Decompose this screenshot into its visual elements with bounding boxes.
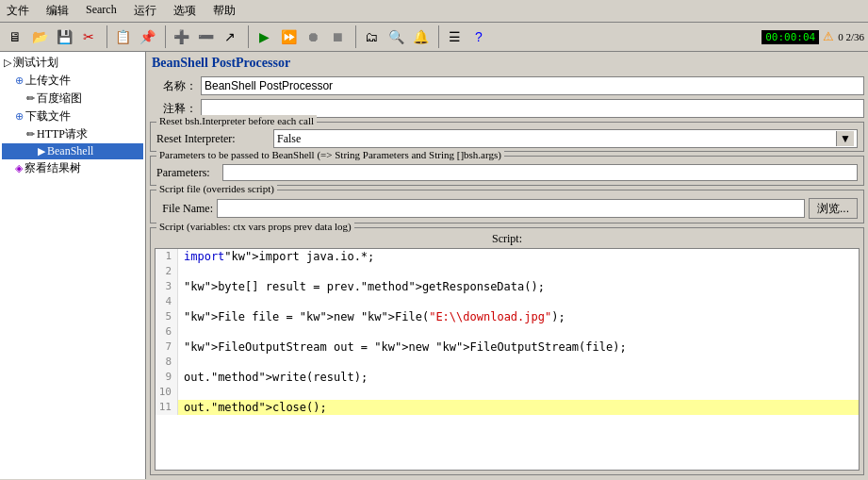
tb-sep5: [435, 25, 439, 48]
script-header: Script:: [151, 232, 863, 248]
results-icon: ◈: [15, 162, 23, 174]
code-line: 5"kw">File file = "kw">new "kw">File("E:…: [156, 309, 859, 324]
plan-icon: ▷: [4, 57, 11, 69]
tb-start[interactable]: ▶: [253, 25, 275, 48]
right-panel: BeanShell PostProcessor 名称： 注释： Reset bs…: [146, 52, 868, 479]
code-line: 10: [156, 385, 859, 400]
tree-label-download: 下载文件: [25, 108, 71, 124]
reset-label: Reset Interpreter:: [156, 132, 270, 146]
tb-stop[interactable]: ⏺: [302, 25, 324, 48]
tree-item-baidu[interactable]: ✏ 百度缩图: [2, 90, 143, 108]
tree-label-results: 察看结果树: [25, 160, 81, 176]
menu-search[interactable]: Search: [83, 2, 120, 20]
params-input[interactable]: [222, 164, 858, 181]
tb-templates[interactable]: 🔍: [385, 25, 407, 48]
line-code: [178, 355, 859, 370]
tb-paste[interactable]: 📌: [136, 25, 158, 48]
line-number: 5: [156, 309, 178, 324]
script-section: Script (variables: ctx vars props prev d…: [150, 227, 864, 475]
code-line: 11out."method">close();: [156, 400, 859, 415]
tree-label-upload: 上传文件: [25, 73, 71, 89]
tree-item-upload[interactable]: ⊕ 上传文件: [2, 72, 143, 90]
line-code: "kw">byte[] result = prev."method">getRe…: [178, 279, 859, 294]
tb-sep1: [104, 25, 107, 48]
browse-button[interactable]: 浏览...: [809, 198, 858, 219]
tb-new[interactable]: 🖥: [4, 25, 26, 48]
reset-combo[interactable]: False ▼: [273, 129, 858, 148]
file-row: File Name: 浏览...: [156, 198, 858, 219]
line-number: 9: [156, 370, 178, 385]
line-number: 8: [156, 355, 178, 370]
tree-item-beanshell[interactable]: ▶ BeanShell: [2, 143, 143, 159]
tb-bell[interactable]: 🔔: [409, 25, 432, 48]
toolbar: 🖥 📂 💾 ✂ 📋 📌 ➕ ➖ ↗ ▶ ⏩ ⏺ ⏹ 🗂 🔍 🔔 ☰ ? 00:0…: [0, 23, 868, 52]
tb-help[interactable]: ?: [467, 25, 490, 48]
line-code: import"kw">import java.io.*;: [178, 249, 859, 264]
tree-label-http: HTTP请求: [37, 126, 88, 142]
params-label: Parameters:: [156, 166, 222, 180]
panel-inner: BeanShell PostProcessor 名称： 注释： Reset bs…: [150, 56, 864, 475]
tree-item-http[interactable]: ✏ HTTP请求: [2, 125, 143, 143]
tb-remote[interactable]: 🗂: [360, 25, 383, 48]
tb-clear[interactable]: ↗: [219, 25, 241, 48]
tb-save[interactable]: 💾: [53, 25, 75, 48]
line-number: 11: [156, 400, 178, 415]
code-line: 4: [156, 294, 859, 309]
code-line: 1import"kw">import java.io.*;: [156, 249, 859, 264]
file-input[interactable]: [217, 199, 805, 218]
combo-arrow-icon[interactable]: ▼: [836, 131, 854, 146]
code-line: 8: [156, 355, 859, 370]
tree-label-baidu: 百度缩图: [37, 91, 82, 107]
tb-copy[interactable]: 📋: [111, 25, 134, 48]
script-editor[interactable]: 1import"kw">import java.io.*;2 3"kw">byt…: [155, 248, 860, 471]
upload-icon: ⊕: [15, 74, 24, 87]
menu-help[interactable]: 帮助: [210, 2, 238, 20]
reset-section: Reset bsh.Interpreter before each call R…: [150, 122, 864, 152]
tb-list[interactable]: ☰: [443, 25, 466, 48]
params-section-title: Parameters to be passed to BeanShell (=>…: [156, 149, 504, 160]
download-icon: ⊕: [15, 110, 24, 123]
line-code: [178, 324, 859, 339]
beanshell-icon: ▶: [38, 145, 45, 157]
script-section-title: Script (variables: ctx vars props prev d…: [156, 221, 354, 232]
tree-item-plan[interactable]: ▷ 测试计划: [2, 54, 143, 72]
menu-options[interactable]: 选项: [171, 2, 199, 20]
code-container: 1import"kw">import java.io.*;2 3"kw">byt…: [156, 249, 859, 415]
tb-startno[interactable]: ⏩: [277, 25, 300, 48]
params-row: Parameters:: [156, 164, 858, 181]
tb-right: 00:00:04 ⚠ 0 2/36: [762, 29, 864, 44]
line-number: 4: [156, 294, 178, 309]
error-count: 0 2/36: [838, 31, 864, 42]
tb-open[interactable]: 📂: [28, 25, 51, 48]
tb-add[interactable]: ➕: [170, 25, 192, 48]
tb-minus[interactable]: ➖: [194, 25, 217, 48]
line-number: 6: [156, 324, 178, 339]
line-number: 2: [156, 264, 178, 279]
menu-run[interactable]: 运行: [131, 2, 159, 20]
tb-cut[interactable]: ✂: [77, 25, 100, 48]
menu-bar: 文件 编辑 Search 运行 选项 帮助: [0, 0, 868, 23]
name-input[interactable]: [201, 76, 864, 95]
tb-sep2: [162, 25, 166, 48]
tree-item-download[interactable]: ⊕ 下载文件: [2, 108, 143, 125]
code-line: 6: [156, 324, 859, 339]
line-code: [178, 264, 859, 279]
menu-edit[interactable]: 编辑: [43, 2, 72, 20]
reset-section-title: Reset bsh.Interpreter before each call: [156, 115, 317, 126]
line-code: out."method">close();: [178, 400, 859, 415]
tree-label-beanshell: BeanShell: [47, 144, 93, 158]
tree-label-plan: 测试计划: [13, 55, 58, 71]
code-line: 7"kw">FileOutputStream out = "kw">new "k…: [156, 339, 859, 355]
line-code: out."method">write(result);: [178, 370, 859, 385]
menu-file[interactable]: 文件: [4, 2, 32, 20]
line-code: [178, 385, 859, 400]
tree-item-results[interactable]: ◈ 察看结果树: [2, 159, 143, 177]
warning-icon: ⚠: [823, 29, 834, 44]
tb-stopnow[interactable]: ⏹: [326, 25, 349, 48]
baidu-icon: ✏: [26, 92, 35, 105]
comment-label: 注释：: [150, 101, 197, 117]
code-line: 9out."method">write(result);: [156, 370, 859, 385]
scriptfile-section: Script file (overrides script) File Name…: [150, 190, 864, 223]
line-number: 3: [156, 279, 178, 294]
reset-value: False: [277, 132, 301, 146]
